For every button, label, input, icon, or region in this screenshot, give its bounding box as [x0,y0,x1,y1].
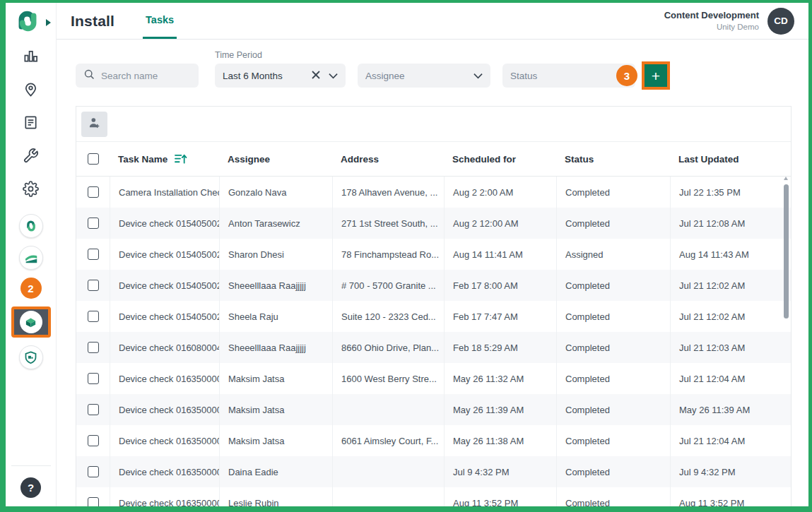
cell-address: # 700 - 5700 Granite ... [332,270,444,301]
column-label: Task Name [118,154,167,165]
cell-assignee: Maksim Jatsa [219,394,332,425]
document-icon[interactable] [23,114,39,131]
select-all-checkbox[interactable] [88,153,99,165]
search-field[interactable] [76,64,199,88]
shield-forklift-app-icon[interactable] [19,345,43,369]
tab-tasks[interactable]: Tasks [143,3,177,39]
table-row[interactable]: Device check 0154050021 Sheela Raju Suit… [76,301,791,332]
sort-ascending-icon [174,153,187,165]
row-checkbox[interactable] [88,466,99,477]
cell-status: Completed [556,270,670,301]
cell-last-updated: Jul 21 12:02 AM [670,270,791,301]
table-row[interactable]: Device check 0154050020 Anton Tarasewicz… [76,208,791,239]
cell-task-name: Device check 016350000 [110,456,219,487]
table-row[interactable]: Device check 016350000 Maksim Jatsa May … [76,394,791,425]
account-info: Content Development Unity Demo [664,9,759,32]
sidebar-bottom: ? [6,465,56,506]
cell-scheduled: May 26 11:38 AM [444,425,556,456]
bar-chart-icon[interactable] [23,48,39,64]
chevron-down-icon[interactable] [329,71,338,81]
row-checkbox[interactable] [88,373,99,384]
table-body: Camera Installation Check Gonzalo Nava 1… [76,177,791,506]
assign-user-button[interactable] [81,112,107,137]
chevron-down-icon [473,71,483,81]
row-checkbox[interactable] [88,435,99,446]
table-row[interactable]: Device check 016080004 Sheeelllaaa Raajj… [76,332,791,363]
row-checkbox[interactable] [88,404,99,415]
page-title: Install [71,13,114,30]
app-frame: 2 ? [0,0,812,512]
add-task-button[interactable]: + [642,61,670,90]
cell-task-name: Device check 0154050021 [110,270,219,301]
row-checkbox[interactable] [88,280,99,291]
main-area: Install Tasks Content Development Unity … [57,3,808,506]
cell-task-name: Device check 0154050020 [110,239,219,270]
row-checkbox[interactable] [88,342,99,353]
column-header-last-updated: Last Updated [670,142,791,176]
sidebar-item-install-highlighted[interactable] [11,306,51,338]
table-row[interactable]: Device check 016350000 Daina Eadie Jul 9… [76,456,791,487]
cell-assignee: Gonzalo Nava [219,177,332,208]
road-app-icon[interactable] [19,246,43,270]
table-row[interactable]: Device check 016350000 Maksim Jatsa 6061… [76,425,791,456]
assignee-select[interactable]: Assignee [358,64,490,88]
person-add-icon [88,116,102,132]
search-input[interactable] [101,71,191,81]
table-toolbar [76,107,791,142]
cell-task-name: Camera Installation Check [110,177,219,208]
cell-assignee: Sharon Dhesi [219,239,332,270]
cell-scheduled: Aug 11 3:52 PM [444,487,556,506]
cell-address [332,456,444,487]
table-row[interactable]: Device check 0154050021 Sheeelllaaa Raaj… [76,270,791,301]
sidebar-expand-icon[interactable] [46,19,51,26]
row-checkbox[interactable] [88,249,99,260]
row-checkbox[interactable] [88,186,99,198]
column-header-address: Address [332,142,444,176]
table-row[interactable]: Camera Installation Check Gonzalo Nava 1… [76,177,791,208]
cell-last-updated: Aug 14 11:43 AM [670,239,791,270]
top-header: Install Tasks Content Development Unity … [57,3,808,40]
gear-icon[interactable] [23,181,39,197]
sidebar-apps: 2 [11,214,51,369]
cell-assignee: Anton Tarasewicz [219,208,332,239]
cell-scheduled: Aug 2 12:00 AM [444,208,556,239]
location-pin-icon[interactable] [23,81,39,97]
cell-task-name: Device check 0154050021 [110,301,219,332]
cell-last-updated: May 26 11:39 AM [670,394,791,425]
avatar[interactable]: CD [767,8,794,35]
swirl-app-icon[interactable] [19,214,43,238]
time-period-select[interactable]: Last 6 Months [215,64,346,88]
search-icon [83,69,95,83]
row-checkbox[interactable] [88,218,99,229]
vertical-scrollbar[interactable] [784,184,789,318]
cell-address: Suite 120 - 2323 Ced... [332,301,444,332]
cell-status: Completed [556,425,670,456]
scrollbar-up-arrow-icon[interactable] [784,177,788,180]
table-row[interactable]: Device check 016350000 Leslie Rubin Aug … [76,487,791,506]
cell-last-updated: Aug 11 3:52 PM [670,487,791,506]
row-checkbox[interactable] [88,497,99,506]
status-select[interactable]: Status [502,64,635,88]
content-area: Time Period Last 6 Months Assignee [57,40,808,506]
table-row[interactable]: Device check 016350000 Maksim Jatsa 1600… [76,363,791,394]
sidebar-nav [23,48,39,197]
clear-filter-icon[interactable] [312,71,320,81]
cell-address: 271 1st Street South, ... [332,208,444,239]
column-header-assignee: Assignee [219,142,332,176]
account-subtitle: Unity Demo [664,22,759,33]
cell-address: 178 Alhaven Avenue, ... [332,177,444,208]
sidebar: 2 ? [6,3,57,506]
row-checkbox[interactable] [88,311,99,322]
table-row[interactable]: Device check 0154050020 Sharon Dhesi 78 … [76,239,791,270]
cell-address [332,394,444,425]
wrench-icon[interactable] [23,148,39,164]
cell-status: Completed [556,394,670,425]
column-header-task-name[interactable]: Task Name [110,142,219,176]
cell-scheduled: Aug 2 2:00 AM [444,177,556,208]
help-icon[interactable]: ? [20,477,41,498]
sidebar-divider [11,465,51,466]
cell-assignee: Sheeelllaaa Raajjjjj [219,332,332,363]
cell-assignee: Sheeelllaaa Raajjjjj [219,270,332,301]
table-header-row: Task Name Assignee Address Scheduled for… [76,142,791,177]
cell-task-name: Device check 016350000 [110,394,219,425]
